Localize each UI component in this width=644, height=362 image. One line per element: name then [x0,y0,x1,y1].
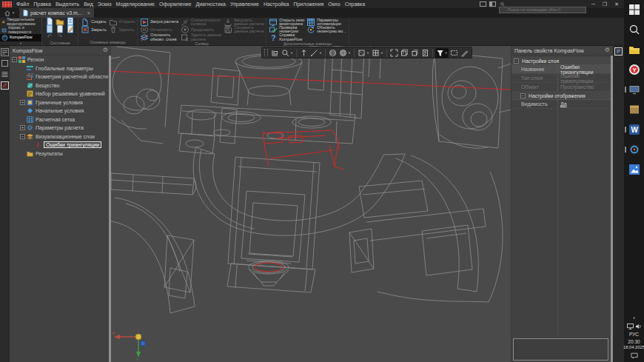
tree-item-substance[interactable]: Вещество [10,81,111,90]
search-icon[interactable] [628,24,640,36]
menu-item-11[interactable]: Приложения [291,1,326,7]
photos-icon [628,164,640,175]
menu-item-12[interactable]: Окно [326,1,342,7]
menu-item-7[interactable]: Оформление [157,1,193,7]
menu-item-6[interactable]: Моделирование [114,1,157,7]
property-row-Видимость[interactable]: ВидимостьДа [511,100,613,109]
ribbon-command-layers-off-button[interactable]: Отключить обновл. слоев [140,34,178,41]
search-input[interactable] [499,7,586,13]
command-label: Запуск расчета [150,20,178,24]
workspace-expand-caret[interactable]: ▼ [0,41,41,45]
tree-item-region[interactable]: −Регион [10,56,111,64]
menu-item-9[interactable]: Управление [228,1,261,7]
tree-item-params[interactable]: +Параметры расчета [10,124,111,133]
section-box2-icon[interactable] [410,48,420,58]
plane-icon[interactable] [270,48,280,58]
kompas3d-icon[interactable] [628,144,640,155]
markup-panel-icon[interactable] [1,59,9,67]
expand-icon[interactable]: + [20,100,25,105]
tree-item-initial[interactable]: Начальные условия [10,107,111,115]
property-value[interactable]: Пространство [557,83,613,91]
tree-item-mesh[interactable]: Расчетная сетка [10,115,111,124]
kompasflow-panel-icon[interactable] [1,81,9,90]
ribbon-command-help-button[interactable]: ?Справка KompasFlow [269,34,304,41]
menu-item-2[interactable]: Правка [31,1,53,7]
tree-item-globals[interactable]: Глобальные параметры [10,64,111,73]
ribbon-command-close-doc-button[interactable]: Закрыть [81,26,107,33]
comment-box[interactable] [513,338,608,361]
collapse-icon[interactable]: − [12,57,17,62]
collapse-icon[interactable]: − [514,58,519,64]
menu-item-3[interactable]: Выделить [53,1,81,7]
tree-item-equations[interactable]: Набор решаемых уравнений [10,90,111,98]
layout-windows-icon[interactable] [489,1,496,7]
property-group-display-settings[interactable]: −Настройки отображения [511,92,613,100]
3d-viewport[interactable]: X Y ▼▼▼▼▼▼ [111,46,511,362]
windows-start-icon[interactable] [628,4,640,16]
minimize-button[interactable]: ─ [589,0,597,8]
tree-item-geometry[interactable]: Геометрия расчетной области [10,73,111,81]
orientation-cube-icon[interactable]: ▼ [338,48,352,58]
orientation-sphere-icon[interactable] [328,48,338,58]
property-row-Тип слоя[interactable]: Тип слояОшибки триангуляции [511,74,613,83]
pencil-icon[interactable] [460,48,469,58]
properties-panel-icon[interactable] [614,47,623,56]
toolbar-grip[interactable] [264,49,268,56]
workspace-item-2[interactable]: Каркас и поверхности [0,26,41,34]
list-panel-icon[interactable] [1,70,9,78]
menu-item-8[interactable]: Диагностика [193,1,228,7]
gear-icon[interactable]: ⚙ [605,47,610,53]
remote-desktop-icon[interactable] [628,84,640,95]
notification-center-icon[interactable] [631,352,638,359]
menu-item-1[interactable]: Файл [14,1,31,7]
property-value[interactable]: Ошибки триангуляции [557,74,613,82]
properties-scrollbar[interactable] [611,56,613,362]
tree-item-results[interactable]: Результаты [10,150,111,158]
tree-item-layers[interactable]: −Визуализационные слои [10,133,111,141]
archive-app-icon[interactable] [628,104,640,115]
yandex-browser-icon[interactable]: Y [628,64,640,76]
measure-icon[interactable]: ▼ [309,48,323,58]
menu-item-10[interactable]: Настройка [261,1,291,7]
frame-select-icon[interactable] [449,48,459,58]
language-indicator[interactable]: РУС [629,332,639,337]
tab-close-icon[interactable]: × [87,10,90,16]
structure-panel-icon[interactable] [1,48,9,56]
menu-item-4[interactable]: Вид [81,1,95,7]
restore-button[interactable]: ❐ [600,0,609,8]
pan-icon[interactable] [299,48,309,58]
undo-icon[interactable]: ↶ [47,34,53,40]
command-search [499,1,586,7]
workspace-item-3[interactable]: KompasFlow [0,34,41,41]
report-icon[interactable] [420,48,430,58]
collapse-icon[interactable]: − [20,134,25,139]
expand-icon[interactable]: + [20,125,25,130]
collapse-icon[interactable]: − [520,93,526,98]
property-row-Объект[interactable]: ОбъектПространство [511,83,613,92]
property-value[interactable]: Да [557,100,613,108]
gear-icon[interactable]: ⚙ [103,47,108,53]
close-button[interactable]: ✕ [612,0,621,8]
hidden-lines-icon[interactable]: ▼ [357,48,370,58]
display-mode-icon[interactable]: ▼ [371,48,384,58]
volume-icon[interactable] [635,324,642,329]
ribbon-command-update-geometry-button[interactable]: Обновить геометрию мо... [306,26,346,33]
clock[interactable]: 20:30 18.04.2025 [623,339,644,350]
network-icon[interactable] [627,324,634,329]
show-hidden-icons-chevron[interactable]: ‹ [633,315,635,321]
doc-edit-icon[interactable] [66,23,75,36]
filter-icon[interactable]: ▼ [435,48,449,58]
section-box-icon[interactable] [400,48,409,58]
tree-item-error[interactable]: !Ошибки триангуляции [10,141,111,150]
layout-compact-icon[interactable] [480,1,486,7]
explorer-icon[interactable] [628,44,640,56]
property-value[interactable]: Ошибки триангуляции [557,65,613,73]
redo-icon[interactable]: ↷ [58,34,63,40]
fit-all-icon[interactable] [389,48,399,58]
word-icon[interactable]: W [628,124,640,135]
menu-item-5[interactable]: Эскиз [95,1,114,7]
photos-icon[interactable] [628,164,640,175]
zoom-icon[interactable]: ▼ [281,48,294,58]
tree-item-boundary[interactable]: +Граничные условия [10,98,111,107]
menu-item-13[interactable]: Справка [343,1,367,7]
